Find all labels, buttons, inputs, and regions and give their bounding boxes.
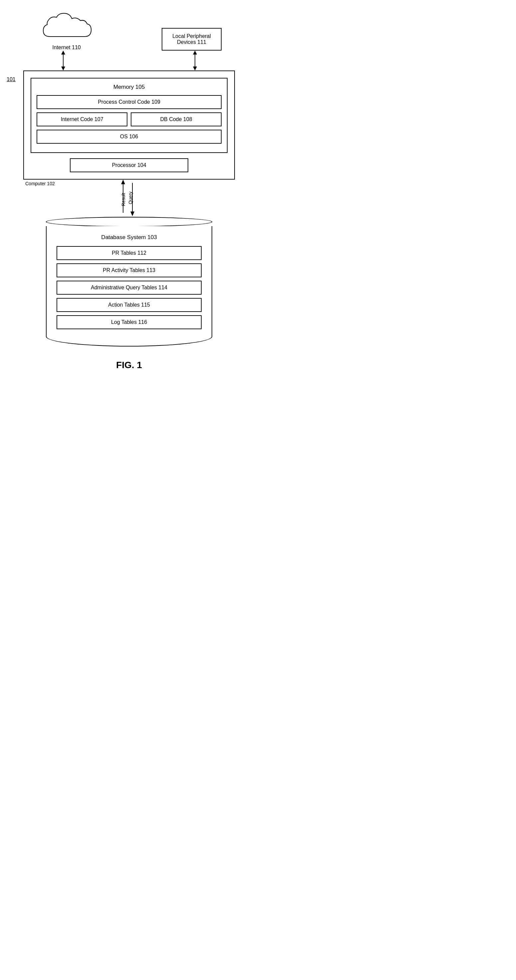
query-result-svg: Result Query <box>109 180 149 216</box>
svg-marker-5 <box>193 67 197 70</box>
peripheral-box: Local PeripheralDevices 111 <box>162 28 221 51</box>
svg-marker-2 <box>61 67 65 70</box>
code-row: Internet Code 107 DB Code 108 <box>37 112 221 126</box>
svg-marker-0 <box>61 51 65 54</box>
cloud-icon <box>40 10 93 43</box>
svg-text:Query: Query <box>128 191 133 204</box>
db-table-0: PR Tables 112 <box>57 246 202 260</box>
top-row: Internet 110 Local PeripheralDevices 111 <box>13 10 245 51</box>
cylinder-body: Database System 103 PR Tables 112 PR Act… <box>46 226 212 347</box>
internet-code-box: Internet Code 107 <box>37 112 127 126</box>
fig-label: FIG. 1 <box>13 360 245 371</box>
db-table-3: Action Tables 115 <box>57 298 202 312</box>
ref-101-label: 101 <box>6 76 16 83</box>
db-table-4: Log Tables 116 <box>57 315 202 329</box>
db-code-box: DB Code 108 <box>131 112 221 126</box>
peripheral-arrow <box>188 51 202 70</box>
svg-marker-7 <box>121 180 125 184</box>
peripheral-label: Local PeripheralDevices 111 <box>172 33 211 45</box>
svg-marker-10 <box>131 212 134 216</box>
db-table-2: Administrative Query Tables 114 <box>57 281 202 294</box>
process-control-box: Process Control Code 109 <box>37 95 221 109</box>
internet-arrow <box>57 51 70 70</box>
db-table-1: PR Activity Tables 113 <box>57 263 202 277</box>
peripheral-container: Local PeripheralDevices 111 <box>158 28 225 51</box>
processor-box: Processor 104 <box>70 158 188 172</box>
os-box: OS 106 <box>37 130 221 144</box>
cylinder-top <box>46 217 212 227</box>
memory-box: Memory 105 Process Control Code 109 Inte… <box>30 78 228 153</box>
db-label: Database System 103 <box>57 234 202 241</box>
database-container: Database System 103 PR Tables 112 PR Act… <box>23 216 235 347</box>
computer-box: Memory 105 Process Control Code 109 Inte… <box>23 70 235 180</box>
internet-label: Internet 110 <box>52 45 81 51</box>
page: 101 Internet 110 Local PeripheralDevices… <box>0 0 258 390</box>
internet-container: Internet 110 <box>33 10 100 51</box>
svg-text:Result: Result <box>121 193 126 206</box>
top-arrows <box>13 51 245 70</box>
memory-title: Memory 105 <box>37 84 221 91</box>
svg-marker-3 <box>193 51 197 54</box>
internet-arrow-svg <box>57 51 70 70</box>
peripheral-arrow-svg <box>188 51 202 70</box>
computer-label: Computer 102 <box>25 181 55 186</box>
